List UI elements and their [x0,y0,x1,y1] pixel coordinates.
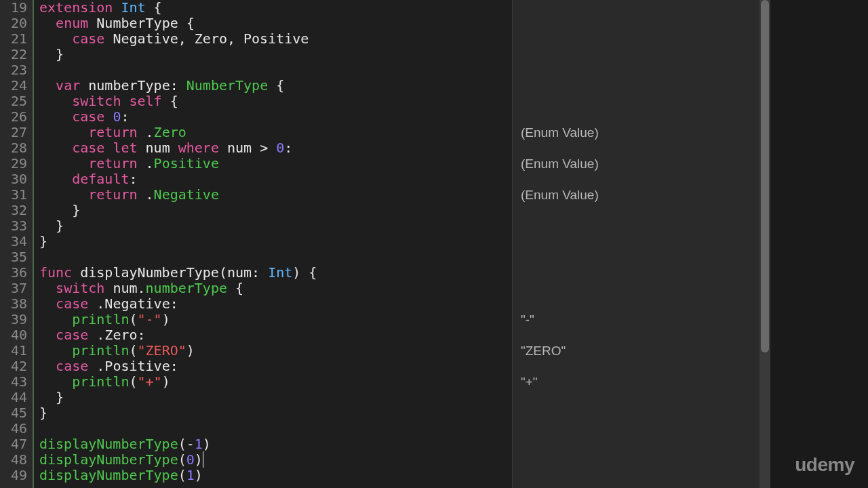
code-line[interactable]: println("ZERO") [39,343,512,359]
code-line[interactable]: extension Int { [39,0,512,16]
line-number: 37 [0,281,27,296]
line-number: 28 [0,140,27,156]
result-value [521,249,766,265]
line-number: 24 [0,78,27,94]
code-line[interactable]: displayNumberType(-1) [39,436,512,452]
line-number: 26 [0,109,27,125]
result-value [521,203,766,218]
line-number: 44 [0,390,27,405]
line-number: 20 [0,16,27,31]
line-number: 19 [0,0,27,16]
line-number: 30 [0,171,27,187]
code-line[interactable]: } [39,390,512,405]
code-editor[interactable]: extension Int { enum NumberType { case N… [34,0,512,488]
result-value [521,421,766,436]
code-line[interactable]: displayNumberType(1) [39,468,512,483]
udemy-watermark: udemy [795,454,854,476]
line-number: 34 [0,234,27,249]
line-number: 45 [0,405,27,421]
code-line[interactable]: switch num.numberType { [39,281,512,296]
result-value: (Enum Value) [521,125,766,140]
line-number: 22 [0,47,27,62]
line-number: 47 [0,436,27,452]
result-value [521,109,766,125]
code-line[interactable]: return .Negative [39,187,512,203]
code-line[interactable]: case Negative, Zero, Positive [39,31,512,47]
line-number: 27 [0,125,27,140]
code-line[interactable]: } [39,203,512,218]
vertical-scrollbar[interactable] [760,0,770,488]
code-line[interactable]: case .Positive: [39,359,512,374]
result-value [521,405,766,421]
result-value [521,0,766,16]
code-line[interactable]: displayNumberType(0) [39,452,512,468]
line-number: 21 [0,31,27,47]
line-number: 32 [0,203,27,218]
result-value: "-" [521,312,766,327]
result-value [521,452,766,468]
result-value: "+" [521,374,766,390]
result-value: "ZERO" [521,343,766,359]
result-value [521,281,766,296]
result-value [521,140,766,156]
line-number: 33 [0,218,27,234]
code-line[interactable]: } [39,218,512,234]
line-number: 48 [0,452,27,468]
code-line[interactable]: return .Positive [39,156,512,171]
code-line[interactable]: switch self { [39,94,512,109]
result-value [521,62,766,78]
line-number: 25 [0,94,27,109]
result-value [521,16,766,31]
result-value [521,327,766,343]
line-number: 43 [0,374,27,390]
code-line[interactable] [39,62,512,78]
line-number: 38 [0,296,27,312]
code-line[interactable]: println("+") [39,374,512,390]
result-value [521,234,766,249]
line-number: 31 [0,187,27,203]
code-line[interactable]: case 0: [39,109,512,125]
result-value [521,436,766,452]
scrollbar-thumb[interactable] [761,0,769,352]
line-number: 39 [0,312,27,327]
code-line[interactable]: } [39,405,512,421]
result-value [521,47,766,62]
line-number: 46 [0,421,27,436]
code-line[interactable]: return .Zero [39,125,512,140]
result-value [521,468,766,483]
line-number: 35 [0,249,27,265]
result-value [521,94,766,109]
code-line[interactable]: } [39,234,512,249]
line-number: 42 [0,359,27,374]
code-line[interactable]: enum NumberType { [39,16,512,31]
line-number: 49 [0,468,27,483]
result-value [521,296,766,312]
code-line[interactable]: var numberType: NumberType { [39,78,512,94]
code-line[interactable]: case .Zero: [39,327,512,343]
line-number: 29 [0,156,27,171]
result-value: (Enum Value) [521,187,766,203]
line-number: 36 [0,265,27,281]
result-value [521,31,766,47]
code-line[interactable]: func displayNumberType(num: Int) { [39,265,512,281]
line-number: 41 [0,343,27,359]
line-number-gutter: 1920212223242526272829303132333435363738… [0,0,34,488]
results-sidebar: (Enum Value)(Enum Value)(Enum Value)"-""… [512,0,766,488]
result-value: (Enum Value) [521,156,766,171]
code-line[interactable]: } [39,47,512,62]
line-number: 40 [0,327,27,343]
result-value [521,218,766,234]
line-number: 23 [0,62,27,78]
code-line[interactable]: println("-") [39,312,512,327]
code-line[interactable]: case .Negative: [39,296,512,312]
result-value [521,78,766,94]
code-line[interactable] [39,249,512,265]
result-value [521,359,766,374]
result-value [521,265,766,281]
code-line[interactable] [39,421,512,436]
code-line[interactable]: default: [39,171,512,187]
result-value [521,171,766,187]
result-value [521,390,766,405]
code-line[interactable]: case let num where num > 0: [39,140,512,156]
playground-editor: 1920212223242526272829303132333435363738… [0,0,766,488]
